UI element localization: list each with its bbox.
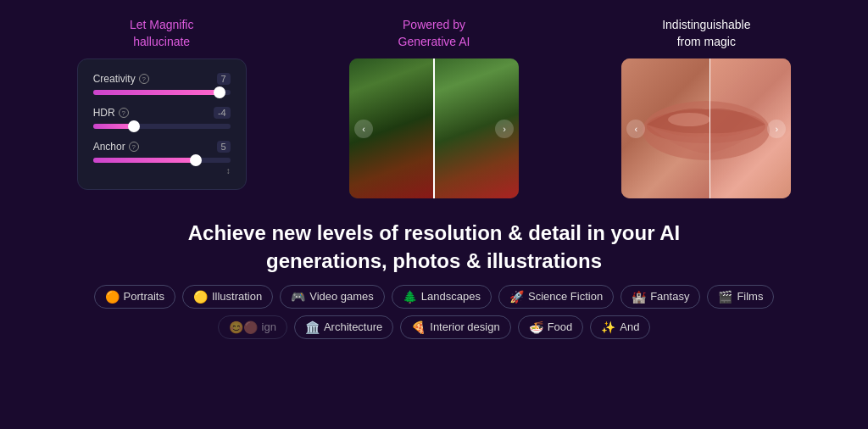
middle-title-line2: Generative AI (398, 35, 470, 48)
illustration-label: Illustration (212, 290, 262, 303)
forest-prev-arrow[interactable]: ‹ (354, 120, 373, 138)
forest-next-arrow[interactable]: › (495, 120, 514, 138)
anchor-slider-row: Anchor ? 5 ↕ (93, 141, 231, 176)
anchor-text: Anchor (93, 141, 125, 153)
right-title-line1: Indistinguishable (662, 18, 750, 31)
forest-comparison-image: ‹ › (349, 58, 519, 198)
tag-illustration[interactable]: 🟡 Illustration (182, 285, 273, 309)
creativity-label-row: Creativity ? 7 (93, 73, 231, 85)
anchor-thumb[interactable] (190, 154, 202, 166)
landscapes-label: Landscapes (421, 290, 481, 303)
hdr-thumb[interactable] (128, 120, 140, 132)
creativity-text: Creativity (93, 73, 136, 85)
page: Let Magnific hallucinate Creativity ? 7 (0, 0, 868, 429)
creativity-thumb[interactable] (214, 86, 225, 98)
illustration-emoji: 🟡 (193, 290, 208, 304)
lips-next-arrow[interactable]: › (767, 120, 786, 138)
tag-partial-left[interactable]: 😊🟤 ign (218, 315, 287, 339)
right-panel-title: Indistinguishable from magic (662, 17, 750, 50)
creativity-label: Creativity ? (93, 73, 149, 85)
hdr-label: HDR ? (93, 107, 129, 119)
landscapes-emoji: 🌲 (403, 290, 417, 304)
sliders-card: Creativity ? 7 HDR ? (77, 58, 247, 190)
main-headline: Achieve new levels of resolution & detai… (163, 220, 705, 275)
hdr-label-row: HDR ? -4 (93, 107, 231, 119)
science-fiction-label: Science Fiction (528, 290, 603, 303)
films-label: Films (737, 290, 763, 303)
forest-nav-arrows: ‹ › (349, 120, 519, 138)
cursor-indicator: ↕ (93, 166, 231, 176)
lips-nav-arrows: ‹ › (621, 120, 791, 138)
tag-portraits[interactable]: 🟠 Portraits (94, 285, 175, 309)
middle-panel-group: Powered by Generative AI ‹ › (306, 17, 561, 198)
tags-row-1: 🟠 Portraits 🟡 Illustration 🎮 Video games… (94, 285, 775, 309)
creativity-value: 7 (217, 73, 231, 85)
middle-title-line1: Powered by (403, 18, 465, 31)
tag-architecture[interactable]: 🏛️ Architecture (294, 315, 393, 339)
anchor-label-row: Anchor ? 5 (93, 141, 231, 153)
hdr-track[interactable] (93, 124, 231, 129)
video-games-label: Video games (309, 290, 374, 303)
creativity-slider-row: Creativity ? 7 (93, 73, 231, 95)
left-panel-group: Let Magnific hallucinate Creativity ? 7 (34, 17, 289, 190)
right-title-line2: from magic (677, 35, 736, 48)
creativity-fill (93, 90, 220, 95)
and-label: And (620, 320, 639, 333)
fantasy-emoji: 🏰 (632, 290, 646, 304)
left-panel-title: Let Magnific hallucinate (130, 17, 193, 50)
science-fiction-emoji: 🚀 (509, 290, 524, 304)
headline-section: Achieve new levels of resolution & detai… (146, 207, 722, 285)
food-label: Food (548, 320, 573, 333)
tag-video-games[interactable]: 🎮 Video games (280, 285, 385, 309)
hdr-help-icon[interactable]: ? (119, 108, 129, 118)
partial-left-emoji: 😊🟤 (229, 320, 258, 334)
lips-comparison-image: ‹ › (621, 58, 791, 198)
food-emoji: 🍜 (529, 320, 543, 334)
anchor-track[interactable] (93, 158, 231, 163)
hdr-text: HDR (93, 107, 115, 119)
lips-prev-arrow[interactable]: ‹ (626, 120, 645, 138)
left-title-line1: Let Magnific (130, 18, 193, 31)
films-emoji: 🎬 (718, 290, 732, 304)
tag-interior-design[interactable]: 🍕 Interior design (400, 315, 510, 339)
creativity-help-icon[interactable]: ? (139, 74, 149, 84)
interior-design-emoji: 🍕 (411, 320, 426, 334)
tag-landscapes[interactable]: 🌲 Landscapes (392, 285, 492, 309)
tags-row-2: 😊🟤 ign 🏛️ Architecture 🍕 Interior design… (218, 315, 651, 339)
top-section: Let Magnific hallucinate Creativity ? 7 (0, 0, 868, 207)
anchor-fill (93, 158, 197, 163)
anchor-label: Anchor ? (93, 141, 139, 153)
portraits-emoji: 🟠 (105, 290, 120, 304)
tag-and[interactable]: ✨ And (590, 315, 650, 339)
portraits-label: Portraits (124, 290, 164, 303)
hdr-value: -4 (214, 107, 231, 119)
architecture-emoji: 🏛️ (305, 320, 320, 334)
right-panel-group: Indistinguishable from magic ‹ (579, 17, 834, 198)
tag-films[interactable]: 🎬 Films (707, 285, 774, 309)
architecture-label: Architecture (324, 320, 382, 333)
tag-science-fiction[interactable]: 🚀 Science Fiction (498, 285, 614, 309)
video-games-emoji: 🎮 (291, 290, 305, 304)
left-title-line2: hallucinate (133, 35, 190, 48)
creativity-track[interactable] (93, 90, 231, 95)
interior-design-label: Interior design (430, 320, 499, 333)
tag-fantasy[interactable]: 🏰 Fantasy (620, 285, 700, 309)
hdr-slider-row: HDR ? -4 (93, 107, 231, 129)
anchor-help-icon[interactable]: ? (129, 142, 139, 152)
middle-panel-title: Powered by Generative AI (398, 17, 470, 50)
and-emoji: ✨ (601, 320, 615, 334)
tags-section: 🟠 Portraits 🟡 Illustration 🎮 Video games… (0, 285, 868, 339)
tag-food[interactable]: 🍜 Food (518, 315, 584, 339)
anchor-value: 5 (217, 141, 231, 153)
partial-left-label: ign (262, 320, 276, 333)
fantasy-label: Fantasy (650, 290, 689, 303)
